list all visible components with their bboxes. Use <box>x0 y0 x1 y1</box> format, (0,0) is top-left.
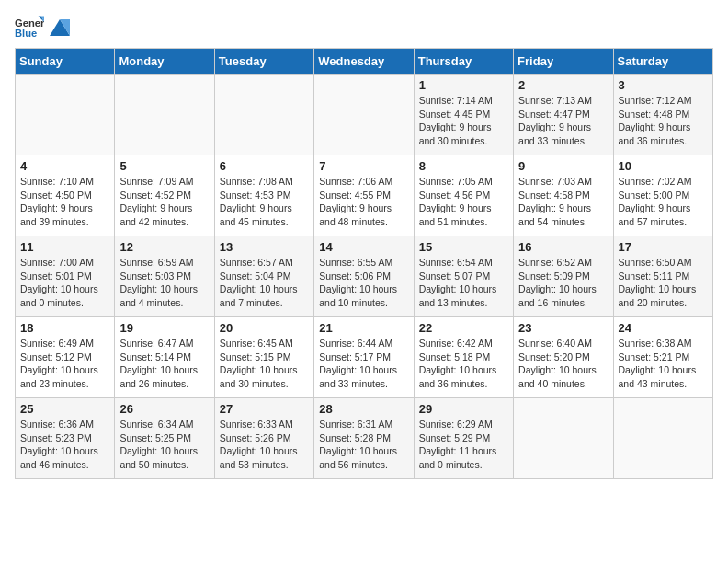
day-number: 4 <box>20 159 109 173</box>
calendar-cell: 16Sunrise: 6:52 AM Sunset: 5:09 PM Dayli… <box>514 236 613 317</box>
day-info: Sunrise: 6:33 AM Sunset: 5:26 PM Dayligh… <box>220 418 309 472</box>
day-number: 9 <box>518 159 608 173</box>
calendar-header: SundayMondayTuesdayWednesdayThursdayFrid… <box>16 49 713 75</box>
day-number: 26 <box>119 402 209 416</box>
day-number: 13 <box>220 240 309 254</box>
calendar-cell <box>514 398 613 479</box>
weekday-header-friday: Friday <box>514 49 613 75</box>
day-number: 11 <box>20 240 109 254</box>
day-info: Sunrise: 7:09 AM Sunset: 4:52 PM Dayligh… <box>119 175 209 229</box>
calendar-cell: 12Sunrise: 6:59 AM Sunset: 5:03 PM Dayli… <box>115 236 214 317</box>
day-number: 1 <box>419 78 508 92</box>
day-number: 17 <box>619 240 708 254</box>
logo: General Blue <box>15 15 70 40</box>
day-info: Sunrise: 7:03 AM Sunset: 4:58 PM Dayligh… <box>518 175 608 229</box>
calendar-cell: 25Sunrise: 6:36 AM Sunset: 5:23 PM Dayli… <box>16 398 115 479</box>
weekday-header-tuesday: Tuesday <box>214 49 313 75</box>
calendar-cell: 21Sunrise: 6:44 AM Sunset: 5:17 PM Dayli… <box>314 317 414 398</box>
calendar-cell: 10Sunrise: 7:02 AM Sunset: 5:00 PM Dayli… <box>613 155 712 236</box>
calendar-cell: 22Sunrise: 6:42 AM Sunset: 5:18 PM Dayli… <box>414 317 513 398</box>
day-number: 15 <box>419 240 508 254</box>
calendar-cell: 18Sunrise: 6:49 AM Sunset: 5:12 PM Dayli… <box>16 317 115 398</box>
calendar-week-1: 1Sunrise: 7:14 AM Sunset: 4:45 PM Daylig… <box>16 75 713 155</box>
calendar-cell: 27Sunrise: 6:33 AM Sunset: 5:26 PM Dayli… <box>214 398 313 479</box>
weekday-header-thursday: Thursday <box>414 49 513 75</box>
logo-triangle-icon <box>50 19 70 36</box>
calendar-cell <box>314 75 414 155</box>
day-info: Sunrise: 6:42 AM Sunset: 5:18 PM Dayligh… <box>419 337 508 391</box>
day-info: Sunrise: 7:12 AM Sunset: 4:48 PM Dayligh… <box>619 94 708 148</box>
calendar-cell: 13Sunrise: 6:57 AM Sunset: 5:04 PM Dayli… <box>214 236 313 317</box>
calendar-cell: 3Sunrise: 7:12 AM Sunset: 4:48 PM Daylig… <box>613 75 712 155</box>
day-info: Sunrise: 6:55 AM Sunset: 5:06 PM Dayligh… <box>319 256 408 310</box>
calendar-cell: 23Sunrise: 6:40 AM Sunset: 5:20 PM Dayli… <box>514 317 613 398</box>
weekday-header-sunday: Sunday <box>16 49 115 75</box>
day-number: 27 <box>220 402 309 416</box>
weekday-header-saturday: Saturday <box>613 49 712 75</box>
day-number: 23 <box>518 321 608 335</box>
day-number: 8 <box>419 159 508 173</box>
day-number: 2 <box>518 78 608 92</box>
weekday-header-wednesday: Wednesday <box>314 49 414 75</box>
calendar-cell: 7Sunrise: 7:06 AM Sunset: 4:55 PM Daylig… <box>314 155 414 236</box>
calendar-cell: 4Sunrise: 7:10 AM Sunset: 4:50 PM Daylig… <box>16 155 115 236</box>
day-info: Sunrise: 6:54 AM Sunset: 5:07 PM Dayligh… <box>419 256 508 310</box>
calendar-cell: 5Sunrise: 7:09 AM Sunset: 4:52 PM Daylig… <box>115 155 214 236</box>
calendar-cell: 9Sunrise: 7:03 AM Sunset: 4:58 PM Daylig… <box>514 155 613 236</box>
day-number: 25 <box>20 402 109 416</box>
day-info: Sunrise: 6:36 AM Sunset: 5:23 PM Dayligh… <box>20 418 109 472</box>
day-info: Sunrise: 6:50 AM Sunset: 5:11 PM Dayligh… <box>619 256 708 310</box>
day-info: Sunrise: 7:14 AM Sunset: 4:45 PM Dayligh… <box>419 94 508 148</box>
day-number: 10 <box>619 159 708 173</box>
weekday-header-monday: Monday <box>115 49 214 75</box>
calendar-cell: 29Sunrise: 6:29 AM Sunset: 5:29 PM Dayli… <box>414 398 513 479</box>
day-number: 19 <box>119 321 209 335</box>
day-info: Sunrise: 6:59 AM Sunset: 5:03 PM Dayligh… <box>119 256 209 310</box>
day-info: Sunrise: 6:40 AM Sunset: 5:20 PM Dayligh… <box>518 337 608 391</box>
day-number: 22 <box>419 321 508 335</box>
day-number: 21 <box>319 321 408 335</box>
calendar-cell <box>16 75 115 155</box>
day-number: 29 <box>419 402 508 416</box>
logo-icon: General Blue <box>15 15 44 40</box>
calendar-cell: 2Sunrise: 7:13 AM Sunset: 4:47 PM Daylig… <box>514 75 613 155</box>
calendar-cell <box>214 75 313 155</box>
day-info: Sunrise: 6:44 AM Sunset: 5:17 PM Dayligh… <box>319 337 408 391</box>
calendar-cell <box>613 398 712 479</box>
calendar-cell: 26Sunrise: 6:34 AM Sunset: 5:25 PM Dayli… <box>115 398 214 479</box>
day-number: 24 <box>619 321 708 335</box>
day-info: Sunrise: 7:05 AM Sunset: 4:56 PM Dayligh… <box>419 175 508 229</box>
calendar-cell: 15Sunrise: 6:54 AM Sunset: 5:07 PM Dayli… <box>414 236 513 317</box>
calendar-cell: 1Sunrise: 7:14 AM Sunset: 4:45 PM Daylig… <box>414 75 513 155</box>
day-number: 12 <box>119 240 209 254</box>
calendar-cell: 8Sunrise: 7:05 AM Sunset: 4:56 PM Daylig… <box>414 155 513 236</box>
weekday-row: SundayMondayTuesdayWednesdayThursdayFrid… <box>16 49 713 75</box>
calendar-week-5: 25Sunrise: 6:36 AM Sunset: 5:23 PM Dayli… <box>16 398 713 479</box>
day-info: Sunrise: 6:52 AM Sunset: 5:09 PM Dayligh… <box>518 256 608 310</box>
day-info: Sunrise: 6:38 AM Sunset: 5:21 PM Dayligh… <box>619 337 708 391</box>
day-number: 3 <box>619 78 708 92</box>
day-info: Sunrise: 7:10 AM Sunset: 4:50 PM Dayligh… <box>20 175 109 229</box>
calendar-body: 1Sunrise: 7:14 AM Sunset: 4:45 PM Daylig… <box>16 75 713 479</box>
calendar-cell: 11Sunrise: 7:00 AM Sunset: 5:01 PM Dayli… <box>16 236 115 317</box>
day-info: Sunrise: 6:31 AM Sunset: 5:28 PM Dayligh… <box>319 418 408 472</box>
day-number: 7 <box>319 159 408 173</box>
calendar-cell: 17Sunrise: 6:50 AM Sunset: 5:11 PM Dayli… <box>613 236 712 317</box>
day-info: Sunrise: 7:00 AM Sunset: 5:01 PM Dayligh… <box>20 256 109 310</box>
calendar-week-2: 4Sunrise: 7:10 AM Sunset: 4:50 PM Daylig… <box>16 155 713 236</box>
day-number: 18 <box>20 321 109 335</box>
calendar-week-4: 18Sunrise: 6:49 AM Sunset: 5:12 PM Dayli… <box>16 317 713 398</box>
day-info: Sunrise: 7:13 AM Sunset: 4:47 PM Dayligh… <box>518 94 608 148</box>
day-info: Sunrise: 7:02 AM Sunset: 5:00 PM Dayligh… <box>619 175 708 229</box>
svg-text:Blue: Blue <box>15 28 37 39</box>
day-number: 14 <box>319 240 408 254</box>
day-number: 6 <box>220 159 309 173</box>
calendar-cell: 14Sunrise: 6:55 AM Sunset: 5:06 PM Dayli… <box>314 236 414 317</box>
calendar-table: SundayMondayTuesdayWednesdayThursdayFrid… <box>15 48 713 479</box>
day-info: Sunrise: 6:57 AM Sunset: 5:04 PM Dayligh… <box>220 256 309 310</box>
day-info: Sunrise: 6:34 AM Sunset: 5:25 PM Dayligh… <box>119 418 209 472</box>
day-info: Sunrise: 7:08 AM Sunset: 4:53 PM Dayligh… <box>220 175 309 229</box>
calendar-week-3: 11Sunrise: 7:00 AM Sunset: 5:01 PM Dayli… <box>16 236 713 317</box>
calendar-cell: 28Sunrise: 6:31 AM Sunset: 5:28 PM Dayli… <box>314 398 414 479</box>
page-header: General Blue <box>15 15 713 40</box>
